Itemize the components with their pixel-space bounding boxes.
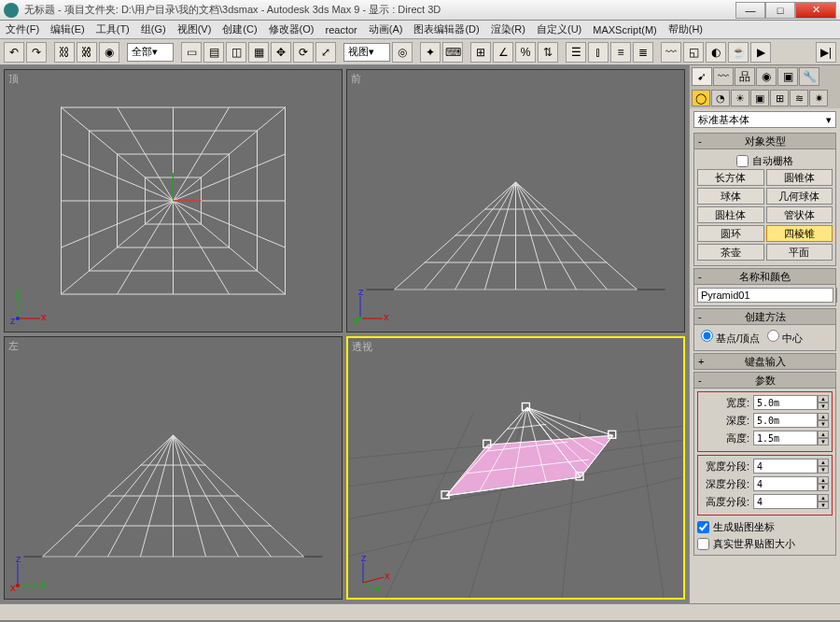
- menu-tools[interactable]: 工具(T): [96, 22, 130, 36]
- menu-animation[interactable]: 动画(A): [369, 22, 403, 36]
- layers-button[interactable]: ≣: [633, 42, 653, 63]
- menu-file[interactable]: 文件(F): [6, 22, 39, 36]
- hseg-input[interactable]: [753, 494, 818, 509]
- menu-edit[interactable]: 编辑(E): [50, 22, 85, 36]
- quick-render-button[interactable]: ▶: [750, 42, 771, 63]
- spinner-snap-button[interactable]: ⇅: [538, 42, 558, 63]
- menu-reactor[interactable]: reactor: [326, 24, 357, 35]
- keyboard-shortcut-button[interactable]: ⌨: [442, 42, 463, 63]
- width-input[interactable]: [753, 395, 818, 410]
- dseg-spinner[interactable]: ▲▼: [818, 476, 829, 491]
- window-crossing-button[interactable]: ▦: [248, 42, 269, 63]
- angle-snap-button[interactable]: ∠: [493, 42, 513, 63]
- dseg-input[interactable]: [753, 476, 818, 491]
- rotate-button[interactable]: ⟳: [293, 42, 314, 63]
- subtab-systems[interactable]: ✷: [809, 90, 828, 106]
- select-button[interactable]: ▭: [181, 42, 202, 63]
- prim-teapot[interactable]: 茶壶: [697, 244, 764, 261]
- tab-display[interactable]: ▣: [777, 67, 798, 86]
- snap-button[interactable]: ⊞: [470, 42, 491, 63]
- object-name-input[interactable]: [697, 288, 833, 303]
- autogrid-checkbox[interactable]: [736, 155, 749, 167]
- height-spinner[interactable]: ▲▼: [818, 431, 829, 445]
- schematic-button[interactable]: ◱: [683, 42, 704, 63]
- select-manip-button[interactable]: ✦: [420, 42, 441, 63]
- move-button[interactable]: ✥: [271, 42, 291, 63]
- subtab-cameras[interactable]: ▣: [750, 90, 769, 106]
- viewport-left[interactable]: 左 zyx: [4, 336, 343, 600]
- render-scene-button[interactable]: ☕: [728, 42, 749, 63]
- refcoord-dropdown[interactable]: 视图 ▾: [343, 43, 390, 62]
- maximize-button[interactable]: □: [765, 2, 795, 19]
- tab-modify[interactable]: 〰: [713, 67, 734, 86]
- realworld-checkbox[interactable]: [697, 538, 709, 550]
- redo-button[interactable]: ↷: [26, 42, 47, 63]
- menu-custom[interactable]: 自定义(U): [537, 22, 581, 36]
- wseg-spinner[interactable]: ▲▼: [818, 459, 829, 474]
- radio-base[interactable]: 基点/顶点: [701, 330, 760, 346]
- bind-button[interactable]: ◉: [99, 42, 119, 63]
- select-name-button[interactable]: ▤: [203, 42, 224, 63]
- menu-create[interactable]: 创建(C): [222, 22, 257, 36]
- percent-snap-button[interactable]: %: [515, 42, 536, 63]
- rollout-params[interactable]: -参数: [693, 372, 836, 389]
- menu-group[interactable]: 组(G): [141, 22, 166, 36]
- menu-view[interactable]: 视图(V): [177, 22, 212, 36]
- prim-cone[interactable]: 圆锥体: [766, 169, 833, 186]
- subtab-geometry[interactable]: ◯: [692, 90, 710, 106]
- viewport-front[interactable]: 前 zxy: [346, 69, 685, 332]
- radio-center[interactable]: 中心: [767, 330, 803, 346]
- prim-plane[interactable]: 平面: [766, 244, 833, 261]
- subtab-spacewarps[interactable]: ≋: [790, 90, 808, 106]
- prim-geosphere[interactable]: 几何球体: [766, 188, 833, 205]
- align-button[interactable]: ≡: [610, 42, 631, 63]
- undo-button[interactable]: ↶: [4, 42, 24, 63]
- depth-spinner[interactable]: ▲▼: [818, 413, 829, 428]
- color-swatch[interactable]: [835, 288, 837, 303]
- viewport-top[interactable]: 顶 yxz: [4, 69, 343, 332]
- genmap-checkbox[interactable]: [697, 521, 709, 533]
- prim-sphere[interactable]: 球体: [697, 188, 764, 205]
- hseg-spinner[interactable]: ▲▼: [818, 494, 829, 509]
- category-dropdown[interactable]: 标准基本体▾: [693, 111, 836, 128]
- named-sel-button[interactable]: ☰: [566, 42, 586, 63]
- subtab-helpers[interactable]: ⊞: [770, 90, 789, 106]
- viewport-perspective[interactable]: 透视 zxy: [346, 336, 685, 600]
- prim-cylinder[interactable]: 圆柱体: [697, 206, 764, 223]
- link-button[interactable]: ⛓: [54, 42, 75, 63]
- mirror-button[interactable]: ⫿: [588, 42, 609, 63]
- scale-button[interactable]: ⤢: [315, 42, 336, 63]
- height-input[interactable]: [753, 431, 818, 445]
- tab-create[interactable]: ➹: [692, 67, 712, 86]
- prim-pyramid[interactable]: 四棱锥: [766, 225, 833, 242]
- rollout-object-type[interactable]: -对象类型: [693, 133, 836, 149]
- rollout-keyboard[interactable]: +键盘输入: [693, 353, 836, 370]
- menu-render[interactable]: 渲染(R): [491, 22, 525, 36]
- curve-editor-button[interactable]: 〰: [661, 42, 681, 63]
- subtab-lights[interactable]: ☀: [731, 90, 749, 106]
- prim-box[interactable]: 长方体: [697, 169, 764, 186]
- prim-tube[interactable]: 管状体: [766, 206, 833, 223]
- menu-modifiers[interactable]: 修改器(O): [269, 22, 315, 36]
- tab-motion[interactable]: ◉: [756, 67, 777, 86]
- menu-maxscript[interactable]: MAXScript(M): [593, 24, 656, 35]
- width-spinner[interactable]: ▲▼: [818, 395, 829, 410]
- tab-hierarchy[interactable]: 品: [735, 67, 755, 86]
- toolbar-end-button[interactable]: ▶|: [816, 42, 836, 63]
- selection-set-dropdown[interactable]: 全部 ▾: [127, 43, 174, 62]
- menu-help[interactable]: 帮助(H): [668, 22, 703, 36]
- menu-graph[interactable]: 图表编辑器(D): [413, 22, 479, 36]
- center-button[interactable]: ◎: [392, 42, 413, 63]
- unlink-button[interactable]: ⛓̸: [77, 42, 97, 63]
- select-region-button[interactable]: ◫: [226, 42, 246, 63]
- tab-utilities[interactable]: 🔧: [799, 67, 819, 86]
- wseg-input[interactable]: [753, 459, 818, 474]
- depth-input[interactable]: [753, 413, 818, 428]
- rollout-name-color[interactable]: -名称和颜色: [693, 268, 836, 285]
- minimize-button[interactable]: —: [735, 2, 765, 19]
- prim-torus[interactable]: 圆环: [697, 225, 764, 242]
- subtab-shapes[interactable]: ◔: [711, 90, 730, 106]
- rollout-creation-method[interactable]: -创建方法: [693, 308, 836, 325]
- material-editor-button[interactable]: ◐: [706, 42, 726, 63]
- close-button[interactable]: ✕: [795, 2, 836, 19]
